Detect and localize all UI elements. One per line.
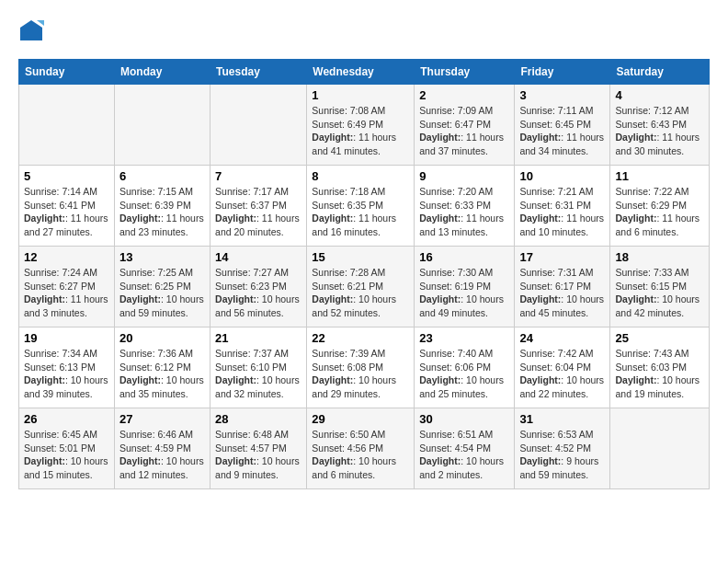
calendar-cell: 9Sunrise: 7:20 AMSunset: 6:33 PMDaylight… bbox=[415, 166, 515, 247]
cell-content: Sunrise: 7:40 AMSunset: 6:06 PMDaylight:… bbox=[419, 347, 509, 401]
day-number: 2 bbox=[419, 88, 509, 102]
day-number: 19 bbox=[24, 331, 109, 345]
logo bbox=[18, 18, 48, 44]
weekday-header-monday: Monday bbox=[115, 60, 210, 85]
calendar-cell: 3Sunrise: 7:11 AMSunset: 6:45 PMDaylight… bbox=[515, 85, 610, 166]
cell-content: Sunrise: 6:48 AMSunset: 4:57 PMDaylight:… bbox=[215, 428, 301, 482]
day-number: 30 bbox=[419, 412, 509, 426]
cell-content: Sunrise: 6:50 AMSunset: 4:56 PMDaylight:… bbox=[312, 428, 409, 482]
day-number: 27 bbox=[119, 412, 205, 426]
calendar-cell: 24Sunrise: 7:42 AMSunset: 6:04 PMDayligh… bbox=[515, 327, 610, 408]
weekday-header-wednesday: Wednesday bbox=[307, 60, 415, 85]
weekday-header-friday: Friday bbox=[515, 60, 610, 85]
cell-content: Sunrise: 6:46 AMSunset: 4:59 PMDaylight:… bbox=[119, 428, 205, 482]
day-number: 1 bbox=[312, 88, 409, 102]
calendar-cell: 11Sunrise: 7:22 AMSunset: 6:29 PMDayligh… bbox=[610, 166, 710, 247]
cell-content: Sunrise: 6:51 AMSunset: 4:54 PMDaylight:… bbox=[419, 428, 509, 482]
day-number: 12 bbox=[24, 250, 109, 264]
calendar-cell: 12Sunrise: 7:24 AMSunset: 6:27 PMDayligh… bbox=[19, 247, 115, 327]
cell-content: Sunrise: 7:30 AMSunset: 6:19 PMDaylight:… bbox=[419, 266, 509, 320]
calendar-cell bbox=[19, 85, 115, 166]
cell-content: Sunrise: 7:17 AMSunset: 6:37 PMDaylight:… bbox=[215, 185, 301, 239]
cell-content: Sunrise: 6:45 AMSunset: 5:01 PMDaylight:… bbox=[24, 428, 109, 482]
cell-content: Sunrise: 7:20 AMSunset: 6:33 PMDaylight:… bbox=[419, 185, 509, 239]
day-number: 11 bbox=[615, 169, 704, 183]
calendar-cell: 2Sunrise: 7:09 AMSunset: 6:47 PMDaylight… bbox=[415, 85, 515, 166]
day-number: 17 bbox=[519, 250, 605, 264]
cell-content: Sunrise: 7:31 AMSunset: 6:17 PMDaylight:… bbox=[519, 266, 605, 320]
calendar-table: SundayMondayTuesdayWednesdayThursdayFrid… bbox=[18, 59, 710, 489]
calendar-cell bbox=[115, 85, 210, 166]
day-number: 4 bbox=[615, 88, 704, 102]
calendar-cell: 28Sunrise: 6:48 AMSunset: 4:57 PMDayligh… bbox=[210, 408, 307, 489]
cell-content: Sunrise: 7:18 AMSunset: 6:35 PMDaylight:… bbox=[312, 185, 409, 239]
day-number: 26 bbox=[24, 412, 109, 426]
calendar-cell bbox=[610, 408, 710, 489]
day-number: 3 bbox=[519, 88, 605, 102]
cell-content: Sunrise: 7:21 AMSunset: 6:31 PMDaylight:… bbox=[519, 185, 605, 239]
cell-content: Sunrise: 7:33 AMSunset: 6:15 PMDaylight:… bbox=[615, 266, 704, 320]
weekday-header-tuesday: Tuesday bbox=[210, 60, 307, 85]
cell-content: Sunrise: 7:14 AMSunset: 6:41 PMDaylight:… bbox=[24, 185, 109, 239]
day-number: 29 bbox=[312, 412, 409, 426]
calendar-cell: 20Sunrise: 7:36 AMSunset: 6:12 PMDayligh… bbox=[115, 327, 210, 408]
calendar-cell: 19Sunrise: 7:34 AMSunset: 6:13 PMDayligh… bbox=[19, 327, 115, 408]
cell-content: Sunrise: 7:36 AMSunset: 6:12 PMDaylight:… bbox=[119, 347, 205, 401]
day-number: 24 bbox=[519, 331, 605, 345]
day-number: 21 bbox=[215, 331, 301, 345]
day-number: 13 bbox=[119, 250, 205, 264]
cell-content: Sunrise: 7:25 AMSunset: 6:25 PMDaylight:… bbox=[119, 266, 205, 320]
calendar-week-row: 5Sunrise: 7:14 AMSunset: 6:41 PMDaylight… bbox=[19, 166, 710, 247]
calendar-cell: 13Sunrise: 7:25 AMSunset: 6:25 PMDayligh… bbox=[115, 247, 210, 327]
weekday-header-sunday: Sunday bbox=[19, 60, 115, 85]
cell-content: Sunrise: 7:39 AMSunset: 6:08 PMDaylight:… bbox=[312, 347, 409, 401]
day-number: 28 bbox=[215, 412, 301, 426]
svg-marker-0 bbox=[20, 20, 42, 40]
day-number: 5 bbox=[24, 169, 109, 183]
cell-content: Sunrise: 7:12 AMSunset: 6:43 PMDaylight:… bbox=[615, 104, 704, 158]
calendar-header: SundayMondayTuesdayWednesdayThursdayFrid… bbox=[19, 60, 710, 85]
calendar-week-row: 1Sunrise: 7:08 AMSunset: 6:49 PMDaylight… bbox=[19, 85, 710, 166]
calendar-cell: 31Sunrise: 6:53 AMSunset: 4:52 PMDayligh… bbox=[515, 408, 610, 489]
calendar-cell: 6Sunrise: 7:15 AMSunset: 6:39 PMDaylight… bbox=[115, 166, 210, 247]
calendar-cell: 25Sunrise: 7:43 AMSunset: 6:03 PMDayligh… bbox=[610, 327, 710, 408]
cell-content: Sunrise: 6:53 AMSunset: 4:52 PMDaylight:… bbox=[519, 428, 605, 482]
day-number: 25 bbox=[615, 331, 704, 345]
calendar-cell: 30Sunrise: 6:51 AMSunset: 4:54 PMDayligh… bbox=[415, 408, 515, 489]
day-number: 23 bbox=[419, 331, 509, 345]
calendar-cell: 29Sunrise: 6:50 AMSunset: 4:56 PMDayligh… bbox=[307, 408, 415, 489]
calendar-week-row: 12Sunrise: 7:24 AMSunset: 6:27 PMDayligh… bbox=[19, 247, 710, 327]
calendar-body: 1Sunrise: 7:08 AMSunset: 6:49 PMDaylight… bbox=[19, 85, 710, 489]
cell-content: Sunrise: 7:34 AMSunset: 6:13 PMDaylight:… bbox=[24, 347, 109, 401]
weekday-header-row: SundayMondayTuesdayWednesdayThursdayFrid… bbox=[19, 60, 710, 85]
day-number: 31 bbox=[519, 412, 605, 426]
calendar-cell: 14Sunrise: 7:27 AMSunset: 6:23 PMDayligh… bbox=[210, 247, 307, 327]
calendar-cell: 1Sunrise: 7:08 AMSunset: 6:49 PMDaylight… bbox=[307, 85, 415, 166]
calendar-cell: 23Sunrise: 7:40 AMSunset: 6:06 PMDayligh… bbox=[415, 327, 515, 408]
day-number: 18 bbox=[615, 250, 704, 264]
day-number: 22 bbox=[312, 331, 409, 345]
cell-content: Sunrise: 7:11 AMSunset: 6:45 PMDaylight:… bbox=[519, 104, 605, 158]
day-number: 8 bbox=[312, 169, 409, 183]
calendar-week-row: 26Sunrise: 6:45 AMSunset: 5:01 PMDayligh… bbox=[19, 408, 710, 489]
calendar-cell: 7Sunrise: 7:17 AMSunset: 6:37 PMDaylight… bbox=[210, 166, 307, 247]
calendar-cell: 22Sunrise: 7:39 AMSunset: 6:08 PMDayligh… bbox=[307, 327, 415, 408]
cell-content: Sunrise: 7:22 AMSunset: 6:29 PMDaylight:… bbox=[615, 185, 704, 239]
cell-content: Sunrise: 7:09 AMSunset: 6:47 PMDaylight:… bbox=[419, 104, 509, 158]
day-number: 7 bbox=[215, 169, 301, 183]
day-number: 9 bbox=[419, 169, 509, 183]
cell-content: Sunrise: 7:42 AMSunset: 6:04 PMDaylight:… bbox=[519, 347, 605, 401]
cell-content: Sunrise: 7:15 AMSunset: 6:39 PMDaylight:… bbox=[119, 185, 205, 239]
day-number: 6 bbox=[119, 169, 205, 183]
day-number: 16 bbox=[419, 250, 509, 264]
calendar-cell: 15Sunrise: 7:28 AMSunset: 6:21 PMDayligh… bbox=[307, 247, 415, 327]
calendar-week-row: 19Sunrise: 7:34 AMSunset: 6:13 PMDayligh… bbox=[19, 327, 710, 408]
cell-content: Sunrise: 7:08 AMSunset: 6:49 PMDaylight:… bbox=[312, 104, 409, 158]
calendar-cell bbox=[210, 85, 307, 166]
calendar-cell: 21Sunrise: 7:37 AMSunset: 6:10 PMDayligh… bbox=[210, 327, 307, 408]
calendar-cell: 27Sunrise: 6:46 AMSunset: 4:59 PMDayligh… bbox=[115, 408, 210, 489]
weekday-header-thursday: Thursday bbox=[415, 60, 515, 85]
calendar-cell: 5Sunrise: 7:14 AMSunset: 6:41 PMDaylight… bbox=[19, 166, 115, 247]
calendar-cell: 16Sunrise: 7:30 AMSunset: 6:19 PMDayligh… bbox=[415, 247, 515, 327]
calendar-cell: 4Sunrise: 7:12 AMSunset: 6:43 PMDaylight… bbox=[610, 85, 710, 166]
